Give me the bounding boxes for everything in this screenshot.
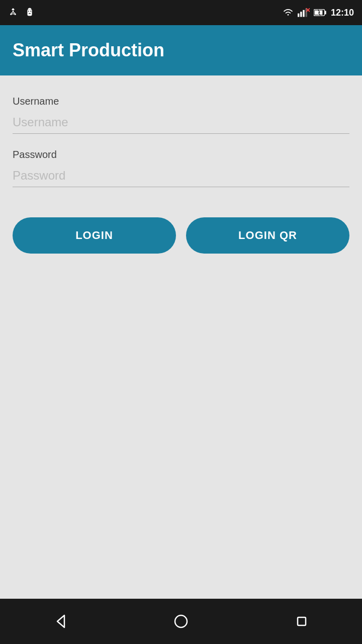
svg-line-4	[13, 12, 15, 13]
password-field-group: Password	[13, 149, 349, 187]
svg-rect-16	[325, 11, 326, 15]
status-bar-right: 12:10	[283, 8, 354, 18]
buttons-row: LOGIN LOGIN QR	[13, 217, 349, 254]
svg-rect-17	[315, 11, 323, 15]
svg-marker-21	[57, 615, 64, 627]
svg-rect-10	[300, 12, 302, 17]
username-field-group: Username	[13, 96, 349, 134]
svg-rect-11	[303, 10, 304, 17]
back-button[interactable]	[40, 606, 80, 636]
svg-point-6	[28, 11, 29, 12]
nav-bar	[0, 599, 362, 644]
battery-icon	[314, 9, 327, 17]
status-time: 12:10	[331, 8, 354, 18]
password-label: Password	[13, 149, 349, 160]
recents-icon	[294, 613, 310, 629]
login-button[interactable]: LOGIN	[13, 217, 176, 254]
home-button[interactable]	[161, 606, 201, 636]
wifi-icon	[283, 9, 294, 17]
svg-line-3	[11, 12, 13, 13]
status-bar: 12:10	[0, 0, 362, 25]
svg-rect-5	[27, 10, 32, 16]
bug-icon	[24, 7, 35, 18]
svg-rect-12	[305, 8, 307, 17]
signal-icon	[298, 8, 310, 18]
recents-button[interactable]	[282, 606, 322, 636]
svg-rect-1	[12, 9, 14, 10]
password-input[interactable]	[13, 165, 349, 187]
usb-icon	[8, 8, 18, 18]
status-bar-left	[8, 7, 35, 18]
username-label: Username	[13, 96, 349, 107]
svg-rect-23	[298, 617, 306, 625]
back-icon	[52, 613, 68, 629]
app-title: Smart Production	[13, 40, 164, 61]
username-input[interactable]	[13, 111, 349, 134]
home-icon	[173, 613, 189, 629]
login-qr-button[interactable]: LOGIN QR	[186, 217, 349, 254]
svg-point-22	[175, 615, 187, 627]
svg-rect-9	[298, 14, 299, 17]
app-bar: Smart Production	[0, 25, 362, 75]
svg-point-7	[30, 11, 31, 12]
main-content: Username Password LOGIN LOGIN QR	[0, 75, 362, 599]
